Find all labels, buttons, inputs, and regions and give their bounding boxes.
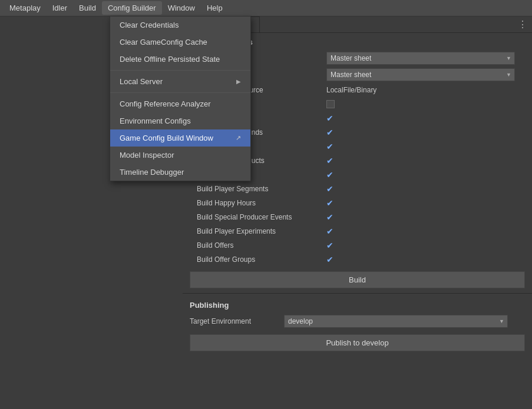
dropdown-separator-1: [110, 70, 250, 71]
default-source-select[interactable]: Master sheet: [326, 52, 515, 65]
build-special-producer-events-checkbox[interactable]: ✔: [326, 212, 333, 222]
param-label-build-offer-groups: Build Offer Groups: [197, 255, 326, 264]
build-happy-hours-checkbox[interactable]: ✔: [326, 198, 333, 208]
param-row-build-offers: Build Offers ✔: [183, 238, 532, 252]
dropdown-item-config-reference-analyzer[interactable]: Config Reference Analyzer: [110, 95, 250, 112]
publish-button[interactable]: Publish to develop: [190, 334, 525, 351]
param-row-build-player-experiments: Build Player Experiments ✔: [183, 224, 532, 238]
param-label-build-happy-hours: Build Happy Hours: [197, 199, 326, 207]
param-row-build-happy-hours: Build Happy Hours ✔: [183, 196, 532, 210]
param-label-build-offers: Build Offers: [197, 241, 326, 250]
param-row-build-offer-groups: Build Offer Groups ✔: [183, 252, 532, 267]
menubar-item-metaplay[interactable]: Metaplay: [4, 1, 47, 15]
param-value-opaque-data-source: LocalFile/Binary: [326, 86, 376, 94]
live-ops-source-select-wrapper: Master sheet: [326, 68, 515, 81]
build-offers-checkbox[interactable]: ✔: [326, 241, 333, 250]
publishing-header: Publishing: [183, 296, 532, 313]
config-builder-dropdown: Clear Credentials Clear GameConfig Cache…: [110, 16, 251, 181]
build-player-segments-checkbox[interactable]: ✔: [326, 184, 333, 194]
build-in-app-products-checkbox[interactable]: ✔: [326, 156, 333, 165]
tab-menu-button[interactable]: ⋮: [513, 16, 532, 32]
dropdown-item-model-inspector[interactable]: Model Inspector: [110, 147, 250, 164]
build-producers-checkbox[interactable]: ✔: [326, 142, 333, 151]
dropdown-item-environment-configs[interactable]: Environment Configs: [110, 112, 250, 129]
menubar-item-window[interactable]: Window: [162, 1, 201, 15]
menubar-item-build[interactable]: Build: [73, 1, 102, 15]
build-player-experiments-checkbox[interactable]: ✔: [326, 227, 333, 236]
param-row-build-special-producer-events: Build Special Producer Events ✔: [183, 210, 532, 224]
default-source-select-wrapper: Master sheet: [326, 52, 515, 65]
target-environment-select-wrapper: develop: [284, 315, 508, 328]
arrow-icon: ▶: [236, 78, 241, 85]
dropdown-item-delete-offline-persisted-state[interactable]: Delete Offline Persisted State: [110, 51, 250, 68]
menubar-item-help[interactable]: Help: [201, 1, 229, 15]
build-offer-groups-checkbox[interactable]: ✔: [326, 255, 333, 264]
target-environment-select[interactable]: develop: [284, 315, 508, 328]
dropdown-item-local-server[interactable]: Local Server ▶: [110, 73, 250, 90]
dropdown-item-timeline-debugger[interactable]: Timeline Debugger: [110, 164, 250, 181]
live-ops-source-select[interactable]: Master sheet: [326, 68, 515, 81]
menubar-item-idler[interactable]: Idler: [47, 1, 73, 15]
pub-label-target-environment: Target Environment: [190, 317, 284, 325]
param-label-build-special-producer-events: Build Special Producer Events: [197, 213, 326, 221]
section-divider: [183, 293, 532, 294]
param-row-build-player-segments: Build Player Segments ✔: [183, 182, 532, 196]
dropdown-item-game-config-build-window[interactable]: Game Config Build Window ↗: [110, 129, 250, 147]
build-producer-kinds-checkbox[interactable]: ✔: [326, 128, 333, 137]
param-label-build-player-segments: Build Player Segments: [197, 185, 326, 193]
dropdown-item-clear-gameconfig-cache[interactable]: Clear GameConfig Cache: [110, 34, 250, 51]
pub-row-target-environment: Target Environment develop: [183, 313, 532, 330]
menubar: Metaplay Idler Build Config Builder Wind…: [0, 0, 532, 16]
build-global-checkbox[interactable]: ✔: [326, 170, 333, 179]
cursor-indicator: ↗: [236, 134, 241, 142]
build-languages-checkbox[interactable]: ✔: [326, 114, 333, 123]
dropdown-item-clear-credentials[interactable]: Clear Credentials: [110, 16, 250, 34]
build-button[interactable]: Build: [190, 271, 525, 288]
param-label-build-player-experiments: Build Player Experiments: [197, 227, 326, 235]
dropdown-separator-2: [110, 92, 250, 93]
menubar-item-config-builder[interactable]: Config Builder: [102, 1, 162, 15]
synthesize-data-checkbox[interactable]: [326, 100, 335, 108]
